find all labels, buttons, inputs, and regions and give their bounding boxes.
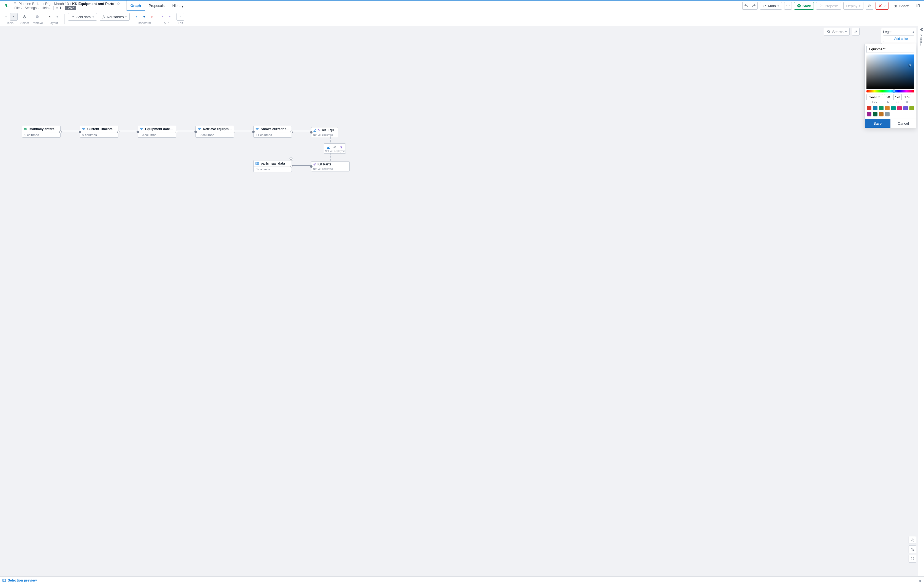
color-name-input[interactable] — [866, 46, 914, 53]
node-parts-raw-data[interactable]: parts_raw_data 8 columns — [253, 160, 292, 172]
menu-settings[interactable]: Settings ▾ — [24, 6, 40, 10]
color-cursor[interactable] — [909, 64, 911, 66]
selection-preview-button[interactable]: Selection preview — [2, 579, 37, 582]
settings-sliders-button[interactable] — [866, 2, 873, 10]
aip-sparkle-button[interactable] — [158, 13, 166, 21]
chevron-up-icon[interactable]: ▴ — [912, 30, 914, 34]
branch-icon[interactable] — [55, 7, 59, 10]
undo-button[interactable] — [742, 2, 750, 10]
hue-thumb[interactable] — [893, 90, 895, 93]
collapse-icon[interactable] — [920, 28, 923, 31]
output-kk-parts[interactable]: KK Parts Not yet deployed — [311, 161, 350, 171]
expand-up-icon[interactable] — [918, 579, 922, 582]
swatch[interactable] — [879, 112, 884, 117]
hex-input[interactable] — [866, 94, 883, 100]
propose-button[interactable]: Propose — [816, 2, 841, 10]
port-out[interactable] — [59, 130, 62, 133]
aip-bulb-button[interactable] — [166, 13, 174, 21]
swatch[interactable] — [885, 112, 889, 117]
menu-file[interactable]: File ▾ — [13, 6, 23, 10]
swatch[interactable] — [873, 106, 878, 110]
b-input[interactable] — [903, 94, 911, 100]
edit-button[interactable] — [177, 13, 184, 21]
graph-canvas[interactable]: Manually entered table 9 columns Current… — [0, 26, 924, 576]
transform-button-1[interactable] — [132, 13, 140, 21]
output-chart-icon[interactable] — [326, 145, 331, 150]
redo-button[interactable] — [750, 2, 758, 10]
transform-button-3[interactable] — [148, 13, 155, 21]
port-in[interactable] — [79, 130, 81, 133]
menu-help[interactable]: Help ▾ — [40, 6, 52, 10]
output-gear-icon[interactable] — [339, 145, 343, 150]
port-out[interactable] — [175, 130, 177, 133]
swatch[interactable] — [897, 106, 902, 110]
swatch[interactable] — [903, 106, 908, 110]
color-swatches — [865, 105, 916, 118]
port-out[interactable] — [117, 130, 119, 133]
save-button[interactable]: Save — [794, 2, 814, 10]
node-equipment-dates[interactable]: Equipment dates and ma… 10 columns — [138, 126, 176, 138]
swatch[interactable] — [885, 106, 889, 110]
swatch[interactable] — [879, 106, 884, 110]
zoom-out-button[interactable] — [909, 546, 916, 553]
swatch[interactable] — [909, 106, 914, 110]
layout-grid-button[interactable] — [53, 13, 61, 21]
tab-graph[interactable]: Graph — [127, 0, 145, 11]
hue-slider[interactable] — [866, 90, 914, 92]
port-in[interactable] — [310, 131, 312, 133]
zoom-in-button[interactable] — [909, 536, 916, 544]
share-button[interactable]: Share — [891, 2, 912, 10]
errors-button[interactable]: 2 — [876, 2, 888, 10]
node-manually-entered-table[interactable]: Manually entered table 9 columns — [22, 126, 61, 138]
port-in[interactable] — [195, 130, 197, 133]
port-out[interactable] — [233, 130, 235, 133]
port-in[interactable] — [137, 130, 139, 133]
layout-graph-button[interactable] — [46, 13, 53, 21]
star-icon[interactable] — [117, 2, 120, 6]
right-rail-label[interactable]: Pipelin… — [920, 34, 923, 46]
output-share-icon[interactable] — [332, 145, 337, 150]
tab-proposals[interactable]: Proposals — [145, 0, 168, 11]
reusables-button[interactable]: fx Reusables ▾ — [100, 13, 130, 21]
transform-button-2[interactable] — [140, 13, 148, 21]
more-menu-button[interactable] — [784, 2, 792, 10]
pan-tool[interactable] — [2, 13, 10, 21]
deploy-button[interactable]: Deploy ▾ — [843, 2, 863, 10]
port-in[interactable] — [310, 165, 312, 168]
branch-selector[interactable]: Main ▾ — [760, 2, 782, 10]
swatch[interactable] — [873, 112, 878, 117]
panel-toggle-button[interactable] — [914, 2, 922, 10]
app-logo[interactable] — [3, 2, 10, 9]
zoom-fit-button[interactable] — [909, 555, 916, 563]
node-current-timestamp[interactable]: Current Timestamp 9 columns — [80, 126, 119, 138]
tab-history[interactable]: History — [168, 0, 187, 11]
node-shows-current-time[interactable]: Shows current time upd… 11 columns — [253, 126, 292, 138]
port-in[interactable] — [252, 130, 255, 133]
select-all-button[interactable] — [21, 13, 28, 21]
breadcrumb-level1[interactable]: Rig — [45, 2, 51, 6]
add-data-button[interactable]: Add data ▾ — [68, 13, 97, 21]
swatch[interactable] — [891, 106, 896, 110]
color-gradient-picker[interactable] — [866, 54, 914, 89]
batch-chip[interactable]: Batch — [65, 6, 76, 10]
output-kk-equipment[interactable]: KK Equ… Not yet deployed — [311, 127, 338, 137]
select-tool[interactable] — [10, 13, 18, 21]
breadcrumb-root[interactable]: Pipeline Buil… — [18, 2, 42, 6]
port-out[interactable] — [290, 130, 293, 133]
add-node-handle[interactable]: ⊕ — [289, 158, 293, 161]
color-cancel-button[interactable]: Cancel — [890, 119, 916, 128]
g-input[interactable] — [893, 94, 902, 100]
breadcrumb-level2[interactable]: March 13 — [54, 2, 69, 6]
link-toggle-button[interactable] — [852, 28, 860, 36]
color-save-button[interactable]: Save — [865, 119, 890, 128]
port-out[interactable] — [290, 165, 293, 167]
remove-button[interactable] — [33, 13, 41, 21]
swatch[interactable] — [867, 106, 871, 110]
breadcrumb-current[interactable]: KK Equipment and Parts — [72, 2, 114, 6]
search-button[interactable]: Search ▾ — [824, 28, 850, 36]
node-retrieve-equipment-ids[interactable]: Retrieve equipment IDs. 10 columns — [195, 126, 234, 138]
swatch[interactable] — [867, 112, 871, 117]
add-color-button[interactable]: ＋ Add color — [883, 36, 914, 42]
svg-point-26 — [24, 16, 25, 17]
r-input[interactable] — [884, 94, 892, 100]
